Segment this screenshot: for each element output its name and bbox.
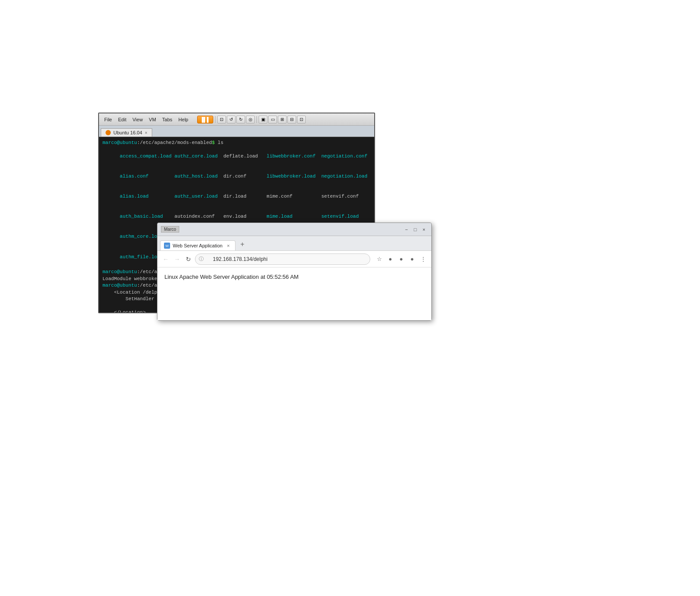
back-button[interactable]: ←	[161, 254, 171, 264]
terminal-tab-label: Ubuntu 16.04	[113, 130, 142, 135]
tool-btn-6[interactable]: ▭	[268, 116, 277, 123]
tool-btn-5[interactable]: ▣	[259, 116, 267, 123]
ls-row-2: alias.conf authz_host.load dir.conf libw…	[102, 167, 371, 187]
lock-icon: ⓘ	[199, 256, 204, 262]
tool-btn-2[interactable]: ↺	[227, 116, 236, 123]
browser-content: Linux Apache Web Server Application at 0…	[157, 267, 431, 320]
bookmark-button[interactable]: ☆	[375, 254, 384, 264]
sep1	[215, 116, 215, 123]
menu-help[interactable]: Help	[176, 116, 191, 123]
address-right-icons: ☆ ● ● ● ⋮	[375, 254, 428, 264]
browser-tab-close[interactable]: ×	[227, 243, 229, 248]
browser-action-1[interactable]: ●	[386, 254, 395, 264]
browser-tab-label: Web Server Application	[173, 243, 222, 248]
browser-tab-bar: W Web Server Application × +	[157, 236, 431, 251]
browser-addressbar: ← → ↻ ⓘ 192.168.178.134/delphi ☆ ● ● ● ⋮	[157, 251, 431, 267]
menu-vm[interactable]: VM	[146, 116, 159, 123]
address-field[interactable]: ⓘ 192.168.178.134/delphi	[195, 253, 370, 265]
tool-btn-8[interactable]: ⊟	[287, 116, 296, 123]
terminal-tab-close[interactable]: ×	[145, 130, 147, 135]
terminal-titlebar: File Edit View VM Tabs Help ▐▌▌ ⊡ ↺ ↻ ◎ …	[99, 113, 374, 126]
menu-tabs[interactable]: Tabs	[160, 116, 175, 123]
maximize-button[interactable]: □	[411, 226, 419, 233]
browser-content-text: Linux Apache Web Server Application at 0…	[164, 274, 424, 280]
toolbar: ▐▌▌ ⊡ ↺ ↻ ◎ ▣ ▭ ⊞ ⊟ ⊡	[197, 116, 306, 123]
terminal-tab-bar: Ubuntu 16.04 ×	[99, 126, 374, 137]
sep2	[256, 116, 257, 123]
tool-btn-1[interactable]: ⊡	[217, 116, 226, 123]
terminal-tab-ubuntu[interactable]: Ubuntu 16.04 ×	[101, 128, 152, 137]
ls-row-1: access_compat.load authz_core.load defla…	[102, 146, 371, 166]
browser-action-2[interactable]: ●	[396, 254, 406, 264]
url-text: 192.168.178.134/delphi	[213, 256, 267, 262]
terminal-menu[interactable]: File Edit View VM Tabs Help	[102, 116, 191, 123]
browser-menu-button[interactable]: ⋮	[418, 254, 428, 264]
orange-tool-icon[interactable]: ▐▌▌	[197, 116, 213, 123]
reload-button[interactable]: ↻	[184, 254, 193, 264]
menu-file[interactable]: File	[102, 116, 115, 123]
tab-favicon: W	[164, 243, 170, 249]
ubuntu-tab-icon	[106, 130, 111, 135]
tool-btn-4[interactable]: ◎	[246, 116, 255, 123]
browser-window: Marco − □ × W Web Server Application × +…	[157, 223, 432, 321]
menu-edit[interactable]: Edit	[116, 116, 129, 123]
new-tab-button[interactable]: +	[237, 239, 248, 250]
browser-tab-webserver[interactable]: W Web Server Application ×	[160, 240, 236, 250]
marco-badge: Marco	[161, 226, 179, 233]
browser-action-3[interactable]: ●	[407, 254, 417, 264]
menu-view[interactable]: View	[130, 116, 146, 123]
ls-row-3: alias.load authz_user.load dir.load mime…	[102, 187, 371, 207]
browser-titlebar: Marco − □ ×	[157, 223, 431, 236]
minimize-button[interactable]: −	[403, 226, 410, 233]
tool-btn-9[interactable]: ⊡	[297, 116, 306, 123]
terminal-prompt-ls: marco@ubuntu:/etc/apache2/mods-enabled$ …	[102, 140, 371, 146]
tool-btn-3[interactable]: ↻	[236, 116, 245, 123]
close-button[interactable]: ×	[420, 226, 428, 233]
forward-button[interactable]: →	[172, 254, 182, 264]
tool-btn-7[interactable]: ⊞	[278, 116, 287, 123]
